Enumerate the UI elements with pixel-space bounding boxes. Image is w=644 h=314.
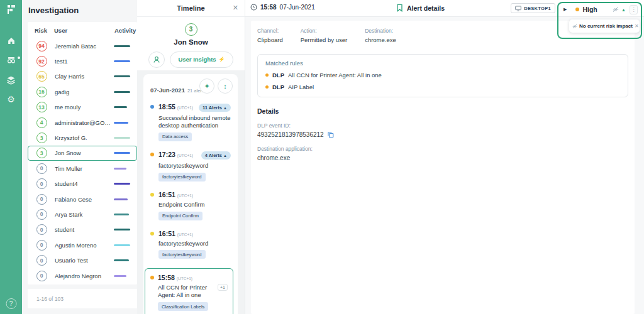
event-tags: Endpoint Confirm	[158, 212, 231, 220]
table-row[interactable]: 0 Usuario Test	[28, 252, 137, 268]
event-timezone: (UTC+1)	[177, 106, 199, 110]
user-risk-table: Risk User Activity 94 Jeremiah Batac	[28, 22, 137, 284]
investigation-icon[interactable]	[5, 54, 18, 67]
details-section: Details DLP event ID: 493252181397853621…	[251, 97, 635, 161]
table-row[interactable]: 0 Fabiano Cese	[28, 192, 137, 207]
matched-rules-list: DLP All CCN for Printer Agent: All in on…	[265, 72, 620, 90]
risk-score-badge: 3	[36, 133, 47, 143]
insights-pulse-icon: ⚡	[219, 57, 225, 62]
activity-sparkline	[114, 198, 128, 200]
risk-score-badge: 3	[36, 148, 47, 158]
event-tag: Endpoint Confirm	[158, 212, 203, 220]
event-timezone: (UTC+1)	[177, 153, 201, 158]
layers-icon[interactable]	[5, 73, 18, 86]
timeline-event[interactable]: 17:23 (UTC+1) 4 Alerts ▲ factorytestkeyw…	[150, 151, 231, 181]
user-name: Krzysztof G.	[55, 134, 114, 141]
risk-score-badge: 0	[36, 178, 47, 189]
alerts-count-badge[interactable]: 11 Alerts ▲	[199, 104, 231, 112]
severity-label: High	[582, 6, 613, 13]
event-tags: Data access	[158, 133, 231, 141]
event-tag: factorytestkeyword	[158, 173, 206, 181]
risk-score-badge: 65	[36, 71, 47, 82]
user-name: Tim Muller	[55, 165, 114, 172]
extra-count-badge[interactable]: +1	[218, 284, 228, 291]
home-icon[interactable]	[5, 35, 18, 47]
table-row[interactable]: 4 administrator@GO4LA...	[28, 115, 137, 130]
event-severity-dot	[150, 232, 154, 236]
alerts-up-icon: ▲	[223, 106, 227, 110]
table-row[interactable]: 3 Jon Snow	[28, 146, 137, 161]
activity-sparkline	[114, 152, 130, 154]
user-name: Usuario Test	[55, 257, 114, 264]
severity-dot	[575, 8, 579, 11]
event-severity-dot	[150, 193, 154, 197]
table-row[interactable]: 92 test1	[28, 53, 137, 68]
rule-severity-dot	[265, 73, 269, 77]
risk-trend-up-icon: ▲	[621, 8, 626, 12]
alert-field: Channel: Clipboard	[257, 28, 283, 43]
play-button[interactable]: ▶	[564, 7, 567, 12]
expand-collapse-icon[interactable]: ↕	[218, 78, 233, 94]
clock-icon	[250, 4, 257, 11]
auto-focus-sparkle-icon[interactable]: ✦	[199, 78, 214, 94]
user-name: Jon Snow	[55, 149, 114, 156]
risk-score-badge: 0	[36, 240, 47, 251]
timeline-event[interactable]: 18:55 (UTC+1) 11 Alerts ▲ Successful inb…	[150, 103, 231, 141]
user-name: Jeremiah Batac	[55, 43, 114, 50]
table-row[interactable]: 94 Jeremiah Batac	[28, 38, 137, 53]
table-row[interactable]: 0 student	[28, 222, 137, 237]
field-label: Channel:	[257, 28, 283, 34]
timeline-event[interactable]: 16:51 (UTC+1) ▲ Endpoint Confirm	[150, 191, 231, 220]
risk-muted-icon[interactable]	[613, 4, 619, 15]
timeline-event[interactable]: 15:58 (UTC+1) ▲ All CCN for Printer Agen…	[145, 268, 233, 314]
rule-type: DLP	[272, 84, 284, 90]
app-sidebar: ⚙ ?	[0, 0, 22, 314]
risk-score-badge: 0	[36, 271, 47, 281]
event-time: 18:55	[158, 103, 175, 111]
table-row[interactable]: 13 me mouly	[28, 100, 137, 115]
destination-app-label: Destination application:	[257, 146, 635, 152]
date-label: 07-Jun-2021	[150, 87, 185, 94]
event-tag: Data access	[158, 133, 192, 141]
alert-content-card: Channel: Clipboard Action: Permitted by …	[251, 21, 635, 314]
user-insights-button[interactable]: User Insights ⚡	[170, 51, 233, 68]
pagination[interactable]: 1-16 of 103	[28, 289, 137, 308]
event-time: 16:51	[158, 191, 175, 198]
event-time: 16:51	[158, 230, 175, 237]
severity-row: ▶ High ▲ ⋮	[558, 4, 641, 15]
table-row[interactable]: 16 gadig	[28, 84, 137, 99]
table-row[interactable]: 0 Tim Muller	[28, 161, 137, 176]
risk-muted-icon	[572, 24, 577, 29]
timeline-event[interactable]: 16:51 (UTC+1) ▲ factorytestkeyword	[150, 230, 231, 259]
table-row[interactable]: 0 Alejandro Negron	[28, 268, 137, 283]
risk-score-badge: 0	[36, 163, 47, 174]
table-row[interactable]: 0 Arya Stark	[28, 207, 137, 222]
user-list: 94 Jeremiah Batac 92	[28, 38, 137, 283]
close-icon[interactable]: ✕	[233, 4, 238, 12]
table-row[interactable]: 0 Agustin Moreno	[28, 237, 137, 252]
sidebar-nav: ⚙	[5, 35, 18, 106]
close-icon[interactable]: ✕	[635, 23, 639, 29]
risk-score-badge: 94	[36, 41, 47, 51]
table-row[interactable]: 0 student4	[28, 176, 137, 192]
more-options-button[interactable]: ⋮	[630, 5, 638, 14]
field-label: Destination:	[365, 28, 396, 34]
activity-sparkline	[114, 275, 126, 277]
app-window: ⚙ ? Investigation Risk User Activity 94	[0, 0, 644, 314]
device-badge[interactable]: DESKTOP1	[511, 3, 555, 13]
risk-score-badge: 92	[36, 56, 47, 67]
event-tag: Classification Labels	[158, 302, 208, 311]
timeline-card: ✦ ↕ 07-Jun-2021 21 alerts ▶ 18:55	[143, 74, 238, 314]
risk-score-badge: 16	[36, 87, 47, 97]
copy-icon[interactable]	[327, 131, 334, 138]
table-row[interactable]: 3 Krzysztof G.	[28, 130, 137, 145]
alerts-count-badge[interactable]: 4 Alerts ▲	[201, 151, 231, 160]
alert-field: Action: Permitted by user	[301, 28, 347, 43]
timeline-panel: Timeline ✕ 3 Jon Snow User Insights ⚡	[137, 0, 245, 314]
user-profile-button[interactable]	[148, 51, 165, 68]
settings-gear-icon[interactable]: ⚙	[5, 93, 18, 106]
rule-text: All CCN for Printer Agent: All in one	[288, 72, 382, 78]
table-row[interactable]: 65 Clay Harris	[28, 69, 137, 84]
help-icon[interactable]: ?	[6, 298, 16, 309]
timeline-header: Timeline ✕	[137, 0, 245, 17]
